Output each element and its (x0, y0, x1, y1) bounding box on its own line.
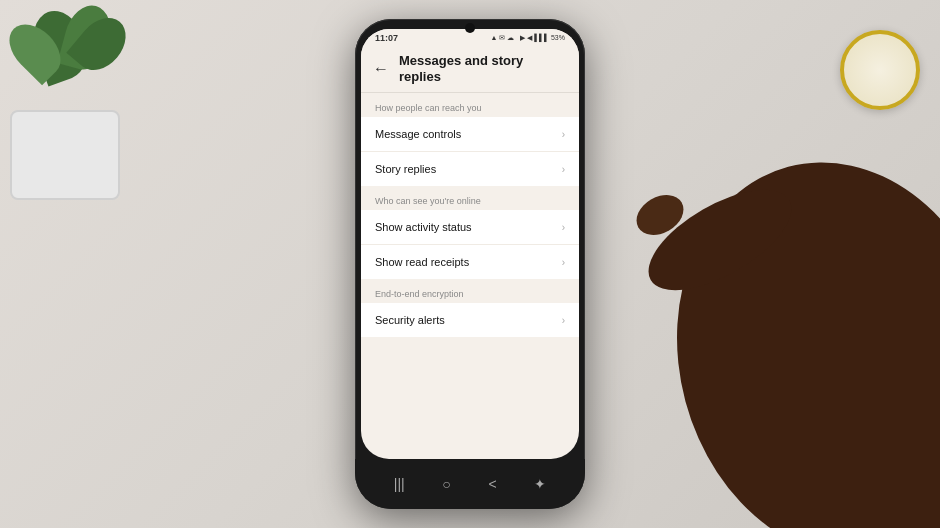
status-icons: ▲ ✉ ☁ ▶ ◀ ▌▌▌ 53% (490, 34, 565, 42)
bottom-navigation: ||| ○ < ✦ (355, 459, 585, 509)
show-read-receipts-label: Show read receipts (375, 256, 469, 268)
plant-decoration-left (0, 0, 200, 220)
section-3-header-area: End-to-end encryption (361, 279, 579, 303)
security-alerts-label: Security alerts (375, 314, 445, 326)
back-nav-icon[interactable]: < (488, 476, 496, 492)
section-header-reach: How people can reach you (361, 93, 579, 117)
section-1-header-area: How people can reach you (361, 93, 579, 117)
settings-list: How people can reach you Message control… (361, 93, 579, 337)
section-3-items: Security alerts › (361, 303, 579, 337)
section-1-items: Message controls › Story replies › (361, 117, 579, 186)
section-header-encryption: End-to-end encryption (361, 279, 579, 303)
chevron-icon: › (562, 222, 565, 233)
status-time: 11:07 (375, 33, 398, 43)
home-icon[interactable]: ○ (442, 476, 450, 492)
back-button[interactable]: ← (373, 60, 389, 78)
security-alerts-item[interactable]: Security alerts › (361, 303, 579, 337)
story-replies-label: Story replies (375, 163, 436, 175)
story-replies-item[interactable]: Story replies › (361, 152, 579, 186)
phone-screen: 11:07 ▲ ✉ ☁ ▶ ◀ ▌▌▌ 53% ← Messages and s… (361, 29, 579, 459)
top-bar: ← Messages and story replies (361, 45, 579, 93)
section-header-online: Who can see you're online (361, 186, 579, 210)
show-activity-label: Show activity status (375, 221, 472, 233)
assistant-icon[interactable]: ✦ (534, 476, 546, 492)
phone-body: 11:07 ▲ ✉ ☁ ▶ ◀ ▌▌▌ 53% ← Messages and s… (355, 19, 585, 509)
section-2-items: Show activity status › Show read receipt… (361, 210, 579, 279)
phone: 11:07 ▲ ✉ ☁ ▶ ◀ ▌▌▌ 53% ← Messages and s… (355, 19, 585, 509)
show-read-receipts-item[interactable]: Show read receipts › (361, 245, 579, 279)
message-controls-label: Message controls (375, 128, 461, 140)
scene: 11:07 ▲ ✉ ☁ ▶ ◀ ▌▌▌ 53% ← Messages and s… (0, 0, 940, 528)
section-2-header-area: Who can see you're online (361, 186, 579, 210)
chevron-icon: › (562, 129, 565, 140)
chevron-icon: › (562, 315, 565, 326)
camera-notch (465, 23, 475, 33)
svg-point-0 (634, 125, 940, 528)
chevron-icon: › (562, 164, 565, 175)
chevron-icon: › (562, 257, 565, 268)
message-controls-item[interactable]: Message controls › (361, 117, 579, 152)
show-activity-status-item[interactable]: Show activity status › (361, 210, 579, 245)
page-title: Messages and story replies (399, 53, 567, 84)
hand (560, 60, 940, 528)
recent-apps-icon[interactable]: ||| (394, 476, 405, 492)
